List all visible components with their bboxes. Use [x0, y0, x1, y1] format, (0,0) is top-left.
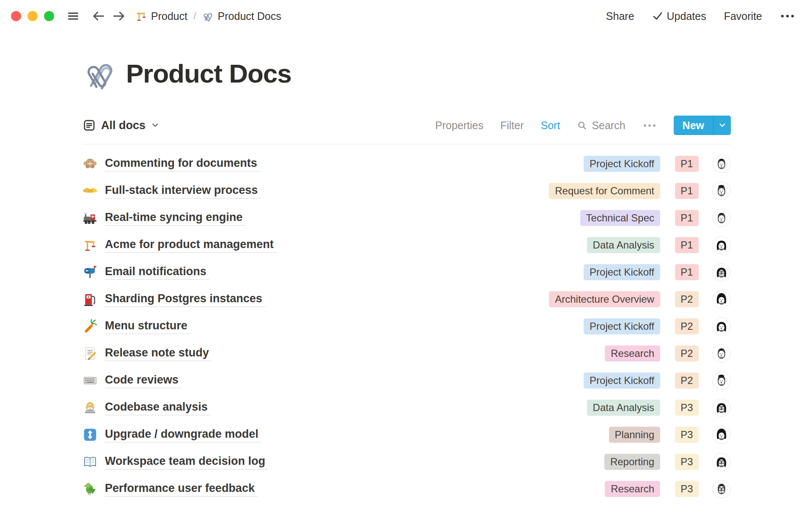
handshake-icon [83, 184, 97, 198]
sidebar-menu-icon[interactable] [66, 9, 80, 23]
avatar-man-quiff [712, 182, 731, 200]
doc-row[interactable]: Upgrade / downgrade model Planning P3 [83, 421, 731, 448]
building-construction-icon [83, 238, 97, 252]
doc-type-tag: Data Analysis [587, 237, 660, 253]
doc-title-link[interactable]: Release note study [105, 346, 212, 361]
traffic-lights [11, 11, 54, 21]
breadcrumb-item-product[interactable]: Product [135, 10, 187, 22]
doc-type-tag: Research [605, 481, 660, 497]
view-toolbar: All docs Properties Filter Sort Search N… [83, 115, 731, 135]
properties-button[interactable]: Properties [435, 119, 483, 132]
list-view-icon [83, 119, 96, 132]
breadcrumb-label: Product Docs [218, 10, 281, 22]
updates-label: Updates [667, 10, 706, 22]
doc-title-link[interactable]: Acme for product management [105, 238, 277, 253]
doc-title-link[interactable]: Workspace team decision log [105, 455, 268, 469]
avatar-woman-bob [712, 425, 731, 444]
zoom-window-button[interactable] [44, 11, 54, 21]
keyboard-icon [83, 373, 97, 388]
breadcrumb: Product / Product Docs [135, 10, 281, 22]
avatar-glasses-long [712, 263, 731, 282]
doc-row[interactable]: Acme for product management Data Analysi… [83, 232, 731, 259]
priority-badge: P1 [675, 210, 699, 226]
doc-row[interactable]: Performance user feedback Research P3 [83, 475, 731, 502]
forward-button[interactable] [112, 9, 126, 23]
docs-list: Commenting for documents Project Kickoff… [83, 144, 731, 502]
doc-type-tag: Project Kickoff [584, 373, 660, 389]
filter-button[interactable]: Filter [500, 119, 524, 132]
more-options-icon[interactable] [780, 14, 795, 19]
doc-title-link[interactable]: Commenting for documents [105, 157, 260, 171]
doc-type-tag: Planning [609, 427, 660, 443]
view-label: All docs [101, 119, 145, 132]
doc-row[interactable]: Full-stack interview process Request for… [83, 177, 731, 204]
favorite-label: Favorite [724, 10, 762, 22]
doc-title-link[interactable]: Real-time syncing engine [105, 211, 246, 226]
doc-row[interactable]: Release note study Research P2 [83, 340, 731, 367]
doc-title-link[interactable]: Code reviews [105, 373, 181, 388]
chevron-down-icon [151, 121, 159, 130]
priority-badge: P1 [675, 156, 699, 172]
doc-row[interactable]: Code reviews Project Kickoff P2 [83, 367, 731, 394]
share-button[interactable]: Share [606, 10, 634, 22]
new-button[interactable]: New [674, 116, 731, 135]
doc-type-tag: Project Kickoff [584, 264, 660, 280]
avatar-man-quiff [712, 371, 731, 390]
page-title: Product Docs [126, 58, 291, 88]
priority-badge: P1 [675, 264, 699, 280]
doc-title-link[interactable]: Performance user feedback [105, 482, 258, 497]
priority-badge: P3 [675, 400, 699, 416]
back-button[interactable] [91, 9, 106, 23]
favorite-button[interactable]: Favorite [724, 10, 762, 22]
avatar-glasses-long [712, 398, 731, 417]
new-button-dropdown[interactable] [713, 116, 731, 135]
chevron-down-icon [718, 121, 727, 130]
doc-title-link[interactable]: Full-stack interview process [105, 184, 261, 199]
doc-row[interactable]: Codebase analysis Data Analysis P3 [83, 394, 731, 421]
minimize-window-button[interactable] [27, 11, 38, 21]
priority-badge: P2 [675, 345, 699, 362]
doc-title-link[interactable]: Menu structure [105, 319, 190, 334]
search-button[interactable]: Search [577, 119, 625, 132]
check-icon [652, 11, 663, 22]
breadcrumb-item-product-docs[interactable]: Product Docs [202, 10, 281, 22]
avatar-man-glasses [712, 480, 731, 498]
doc-row[interactable]: Menu structure Project Kickoff P2 [83, 313, 731, 340]
doc-type-tag: Reporting [604, 454, 660, 470]
avatar-man-short [712, 344, 731, 363]
sort-button[interactable]: Sort [541, 119, 560, 132]
carrot-icon [83, 319, 97, 334]
avatar-woman-bob [712, 290, 731, 309]
building-construction-icon [135, 10, 147, 22]
avatar-man-short [712, 209, 731, 227]
page-icon-linked-paperclips[interactable] [83, 56, 118, 91]
doc-type-tag: Project Kickoff [584, 318, 660, 334]
doc-title-link[interactable]: Email notifications [105, 265, 209, 280]
view-selector[interactable]: All docs [83, 119, 159, 132]
priority-badge: P2 [675, 318, 699, 334]
avatar-woman-long [712, 317, 731, 336]
doc-title-link[interactable]: Codebase analysis [105, 400, 211, 415]
mailbox-icon [83, 265, 97, 279]
doc-row[interactable]: Real-time syncing engine Technical Spec … [83, 204, 731, 232]
doc-title-link[interactable]: Upgrade / downgrade model [105, 428, 261, 442]
woman-technologist-icon [83, 400, 97, 415]
close-window-button[interactable] [11, 11, 21, 21]
new-button-label[interactable]: New [674, 116, 713, 135]
avatar-man-short [712, 155, 731, 173]
doc-type-tag: Data Analysis [587, 400, 660, 416]
doc-type-tag: Architecture Overview [549, 291, 660, 307]
doc-title-link[interactable]: Sharding Postgres instances [105, 292, 265, 307]
linked-paperclips-icon [202, 10, 214, 22]
up-down-arrow-icon [83, 428, 97, 442]
doc-row[interactable]: Sharding Postgres instances Architecture… [83, 286, 731, 313]
doc-row[interactable]: Commenting for documents Project Kickoff… [83, 150, 731, 177]
doc-type-tag: Project Kickoff [584, 156, 660, 172]
priority-badge: P2 [675, 291, 699, 307]
doc-row[interactable]: Email notifications Project Kickoff P1 [83, 259, 731, 286]
updates-button[interactable]: Updates [652, 10, 706, 22]
breadcrumb-label: Product [151, 10, 187, 22]
search-label: Search [592, 119, 625, 132]
doc-row[interactable]: Workspace team decision log Reporting P3 [83, 448, 731, 475]
toolbar-more-icon[interactable] [642, 123, 657, 128]
